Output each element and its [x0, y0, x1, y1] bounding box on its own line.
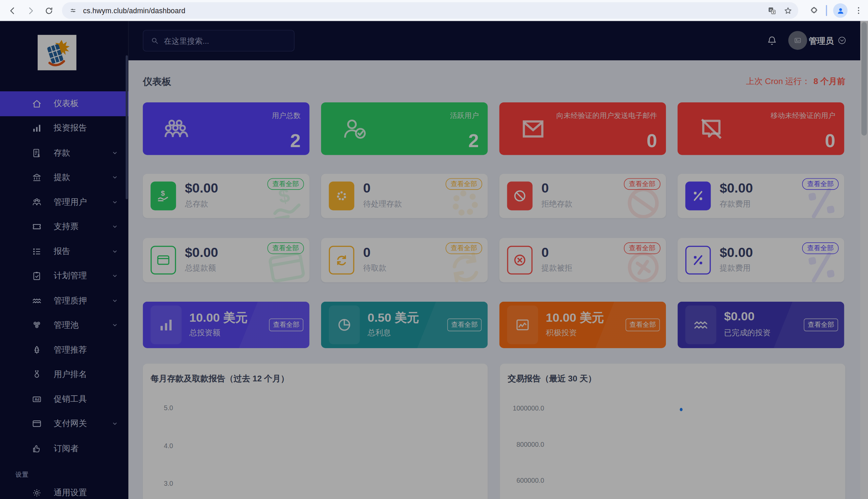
- sidebar-item-dashboard[interactable]: 仪表板: [0, 91, 129, 116]
- sidebar-item-investment-report[interactable]: 投资报告: [0, 116, 129, 141]
- translate-icon[interactable]: [767, 6, 777, 15]
- stat-value: 0: [825, 130, 835, 152]
- pie-chart-icon: [329, 305, 360, 344]
- stat-card-total-users[interactable]: 用户总数 2: [143, 102, 309, 155]
- stat-card-pending-deposits: 0 待处理存款 查看全部: [321, 174, 488, 218]
- notification-bell-icon[interactable]: [766, 35, 778, 47]
- sidebar-item-label: 订阅者: [53, 443, 78, 453]
- stat-value: 0.50 美元: [368, 309, 419, 326]
- stat-card-total-invested: 10.00 美元 总投资额 查看全部: [143, 302, 309, 348]
- transaction-report-chart: 交易报告（最近 30 天） 1000000.0 800000.0 600000.…: [500, 364, 845, 499]
- stat-value: $0.00: [185, 245, 218, 260]
- sidebar-item-reports[interactable]: 报告: [0, 239, 129, 264]
- stat-label: 待处理存款: [363, 199, 402, 209]
- envelope-icon: [519, 115, 547, 143]
- stat-card-pending-withdrawals: 0 待取款 查看全部: [321, 238, 488, 282]
- view-all-badge[interactable]: 查看全部: [269, 319, 303, 331]
- sidebar-item-deposits[interactable]: 存款: [0, 141, 129, 166]
- stat-label: 总提款额: [185, 264, 216, 273]
- stat-label: 活跃用户: [450, 111, 479, 121]
- sidebar-item-payment-gateways[interactable]: 支付网关: [0, 412, 129, 436]
- stat-label: 提款费用: [720, 264, 750, 273]
- sidebar-item-manage-referrals[interactable]: 管理推荐: [0, 338, 129, 362]
- y-tick: 1000000.0: [511, 404, 544, 412]
- admin-name[interactable]: 管理员: [809, 36, 833, 47]
- page-title: 仪表板: [143, 75, 171, 88]
- sidebar-item-support-tickets[interactable]: 支持票: [0, 215, 129, 239]
- sidebar-item-manage-users[interactable]: 管理用户: [0, 190, 129, 215]
- sidebar-item-promotion-tools[interactable]: 促销工具: [0, 387, 129, 412]
- stat-label: 已完成的投资: [724, 328, 771, 338]
- stat-label: 用户总数: [272, 111, 301, 121]
- sidebar-item-manage-staking[interactable]: 管理质押: [0, 289, 129, 313]
- cron-label: 上次 Cron 运行：: [746, 76, 810, 86]
- circle-x-icon: [507, 246, 533, 275]
- stat-label: 存款费用: [720, 199, 750, 209]
- line-chart-icon: [507, 305, 538, 344]
- reload-button[interactable]: [41, 3, 57, 18]
- stat-value: 0: [647, 130, 657, 152]
- stat-label: 总利息: [368, 328, 391, 338]
- sidebar-item-label: 投资报告: [53, 123, 87, 134]
- stat-value: 0: [541, 180, 549, 196]
- dashboard-content: 仪表板 上次 Cron 运行：8 个月前 用户总数 2 活跃用户 2 向未经验证…: [129, 60, 860, 499]
- stat-card-email-unverified[interactable]: 向未经验证的用户发送电子邮件 0: [499, 102, 666, 155]
- sidebar-item-label: 通用设置: [53, 487, 87, 498]
- sidebar-item-manage-pools[interactable]: 管理池: [0, 313, 129, 338]
- sidebar-nav: 仪表板 投资报告 存款 提款 管理用户 支持票 报告 计划管理 管理质押 管理池…: [0, 91, 129, 461]
- site-settings-icon[interactable]: [69, 6, 77, 15]
- back-button[interactable]: [4, 3, 20, 18]
- sidebar-item-label: 管理质押: [53, 295, 87, 306]
- address-bar[interactable]: cs.hwym.club/admin/dashboard: [62, 2, 798, 19]
- browser-profile-avatar[interactable]: [833, 3, 847, 17]
- watermark-icon: [618, 178, 666, 218]
- invoice-dollar-icon: [32, 148, 42, 158]
- spinner-icon: [329, 182, 354, 210]
- url-text[interactable]: cs.hwym.club/admin/dashboard: [83, 7, 185, 15]
- toolbar-separator: [826, 5, 827, 16]
- stat-value: $0.00: [720, 245, 753, 260]
- page-scrollbar[interactable]: [860, 21, 868, 499]
- ad-icon: [32, 394, 42, 404]
- sidebar-item-plan-management[interactable]: 计划管理: [0, 264, 129, 289]
- topbar: 管理员: [129, 21, 868, 60]
- sidebar-item-label: 管理推荐: [53, 345, 87, 355]
- admin-avatar[interactable]: [788, 31, 807, 50]
- sidebar-item-label: 支付网关: [53, 419, 87, 429]
- stat-value: 2: [468, 130, 479, 152]
- browser-menu-icon[interactable]: [854, 5, 864, 15]
- stat-card-active-users[interactable]: 活跃用户 2: [321, 102, 488, 155]
- sidebar-item-user-ranking[interactable]: 用户排名: [0, 362, 129, 387]
- site-logo[interactable]: [38, 35, 76, 70]
- credit-card-icon: [32, 419, 42, 429]
- stat-value: $0.00: [185, 180, 218, 196]
- y-tick: 5.0: [164, 404, 173, 412]
- chevron-down-icon: [111, 149, 118, 156]
- bank-icon: [32, 172, 42, 183]
- sidebar-item-subscribers[interactable]: 订阅者: [0, 436, 129, 461]
- sidebar-item-general-settings[interactable]: 通用设置: [0, 480, 129, 499]
- profile-chevron-icon[interactable]: [837, 35, 847, 45]
- stat-card-rejected-withdrawals: 0 提款被拒 查看全部: [499, 238, 666, 282]
- stat-card-mobile-unverified[interactable]: 移动未经验证的用户 0: [677, 102, 844, 155]
- chevron-down-icon: [111, 199, 118, 206]
- extensions-icon[interactable]: [810, 5, 820, 15]
- credit-card-icon: [150, 246, 176, 275]
- chart-title: 交易报告（最近 30 天）: [508, 374, 596, 384]
- view-all-badge[interactable]: 查看全部: [447, 319, 481, 331]
- stat-label: 拒绝存款: [541, 199, 572, 209]
- search-input[interactable]: [164, 36, 285, 45]
- watermark-icon: [618, 242, 666, 282]
- sidebar-item-withdrawals[interactable]: 提款: [0, 165, 129, 190]
- sidebar-item-label: 报告: [53, 246, 70, 257]
- stat-card-completed-investments: $0.00 已完成的投资 查看全部: [677, 302, 844, 348]
- bookmark-star-icon[interactable]: [783, 6, 793, 15]
- stat-label: 待取款: [363, 264, 387, 273]
- view-all-badge[interactable]: 查看全部: [804, 319, 838, 331]
- view-all-badge[interactable]: 查看全部: [626, 319, 660, 331]
- forward-button[interactable]: [23, 3, 38, 18]
- sidebar-scrollbar[interactable]: [126, 55, 128, 199]
- thumbs-up-icon: [32, 443, 42, 453]
- scrollbar-thumb[interactable]: [861, 22, 867, 136]
- monthly-deposit-withdraw-chart: 每月存款及取款报告（过去 12 个月） 5.0 4.0 3.0: [143, 364, 488, 499]
